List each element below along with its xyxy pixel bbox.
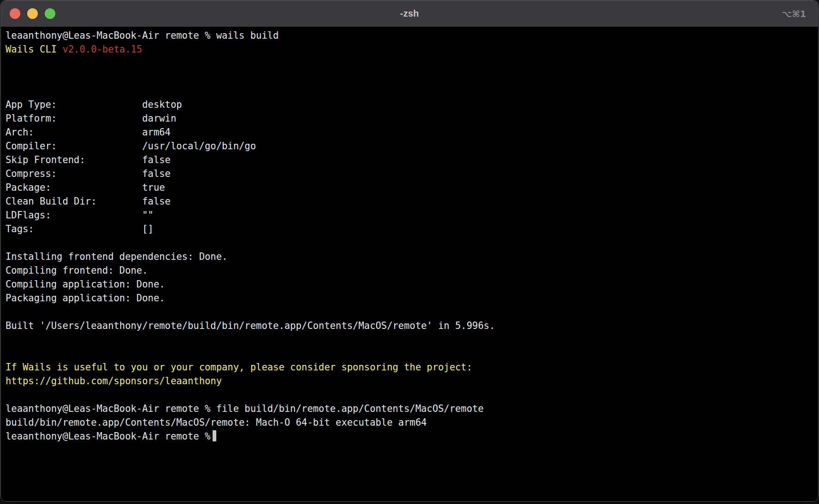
terminal-line: App Type:desktop bbox=[6, 98, 813, 111]
terminal-line: Platform:darwin bbox=[6, 111, 813, 125]
terminal-text: leaanthony@Leas-MacBook-Air remote % wai… bbox=[6, 30, 279, 41]
terminal-line bbox=[6, 236, 813, 250]
config-label: Compress: bbox=[6, 167, 142, 181]
terminal-line bbox=[6, 84, 813, 98]
config-label: App Type: bbox=[6, 98, 142, 111]
terminal-line bbox=[6, 346, 813, 360]
config-label: Platform: bbox=[6, 111, 142, 125]
terminal-line bbox=[6, 388, 813, 402]
terminal-line: Compiling frontend: Done. bbox=[6, 264, 813, 277]
config-value: desktop bbox=[142, 99, 182, 110]
terminal-line: Wails CLI v2.0.0-beta.15 bbox=[6, 42, 813, 56]
window-title: -zsh bbox=[1, 8, 818, 19]
terminal-line: leaanthony@Leas-MacBook-Air remote % bbox=[6, 429, 813, 443]
terminal-line: leaanthony@Leas-MacBook-Air remote % wai… bbox=[6, 29, 813, 42]
config-label: Tags: bbox=[6, 222, 142, 236]
config-value: true bbox=[142, 182, 165, 193]
terminal-text: https://github.com/sponsors/leaanthony bbox=[6, 375, 222, 387]
config-value: "" bbox=[142, 210, 154, 221]
terminal-text: Installing frontend dependencies: Done. bbox=[6, 251, 227, 262]
terminal-text: Compiling frontend: Done. bbox=[6, 265, 148, 276]
terminal-line bbox=[6, 70, 813, 84]
terminal-line: Packaging application: Done. bbox=[6, 291, 813, 305]
terminal-window: -zsh ⌥⌘1 leaanthony@Leas-MacBook-Air rem… bbox=[0, 0, 819, 502]
terminal-line: Installing frontend dependencies: Done. bbox=[6, 250, 813, 264]
config-value: false bbox=[142, 196, 171, 207]
config-value: false bbox=[142, 168, 171, 179]
terminal-line: Tags:[] bbox=[6, 222, 813, 236]
terminal-text: If Wails is useful to you or your compan… bbox=[6, 362, 472, 373]
terminal-line: Skip Frontend:false bbox=[6, 153, 813, 167]
config-label: Skip Frontend: bbox=[6, 153, 142, 167]
config-value: darwin bbox=[142, 113, 176, 124]
terminal-line: Clean Build Dir:false bbox=[6, 194, 813, 208]
window-shortcut-badge: ⌥⌘1 bbox=[782, 9, 806, 19]
terminal-line bbox=[6, 333, 813, 346]
terminal-line: build/bin/remote.app/Contents/MacOS/remo… bbox=[6, 416, 813, 429]
desktop-background: -zsh ⌥⌘1 leaanthony@Leas-MacBook-Air rem… bbox=[0, 0, 819, 504]
config-value: arm64 bbox=[142, 127, 171, 138]
config-label: Clean Build Dir: bbox=[6, 194, 142, 208]
terminal-text: build/bin/remote.app/Contents/MacOS/remo… bbox=[6, 417, 427, 428]
terminal-text: Packaging application: Done. bbox=[6, 293, 165, 304]
window-titlebar[interactable]: -zsh ⌥⌘1 bbox=[1, 0, 818, 27]
terminal-line: Arch:arm64 bbox=[6, 125, 813, 139]
terminal-text: Compiling application: Done. bbox=[6, 279, 165, 290]
config-label: Compiler: bbox=[6, 139, 142, 153]
terminal-line bbox=[6, 305, 813, 319]
config-value: [] bbox=[142, 223, 154, 234]
terminal-text: v2.0.0-beta.15 bbox=[62, 44, 142, 55]
terminal-output[interactable]: leaanthony@Leas-MacBook-Air remote % wai… bbox=[1, 27, 818, 501]
config-label: LDFlags: bbox=[6, 208, 142, 222]
terminal-cursor bbox=[213, 430, 216, 441]
config-value: /usr/local/go/bin/go bbox=[142, 141, 256, 152]
config-label: Package: bbox=[6, 181, 142, 194]
terminal-line bbox=[6, 56, 813, 70]
config-value: false bbox=[142, 154, 171, 165]
terminal-text: Built '/Users/leaanthony/remote/build/bi… bbox=[6, 320, 495, 331]
terminal-line: Built '/Users/leaanthony/remote/build/bi… bbox=[6, 319, 813, 333]
terminal-line: If Wails is useful to you or your compan… bbox=[6, 360, 813, 374]
terminal-line: Compress:false bbox=[6, 167, 813, 181]
terminal-line: Compiling application: Done. bbox=[6, 277, 813, 291]
terminal-line: Compiler:/usr/local/go/bin/go bbox=[6, 139, 813, 153]
terminal-line: Package:true bbox=[6, 181, 813, 194]
config-label: Arch: bbox=[6, 125, 142, 139]
terminal-text: leaanthony@Leas-MacBook-Air remote % bbox=[6, 431, 210, 442]
terminal-line: leaanthony@Leas-MacBook-Air remote % fil… bbox=[6, 402, 813, 416]
terminal-text: Wails CLI bbox=[6, 44, 62, 55]
terminal-text: leaanthony@Leas-MacBook-Air remote % fil… bbox=[6, 403, 484, 414]
terminal-line: LDFlags:"" bbox=[6, 208, 813, 222]
terminal-line: https://github.com/sponsors/leaanthony bbox=[6, 374, 813, 388]
